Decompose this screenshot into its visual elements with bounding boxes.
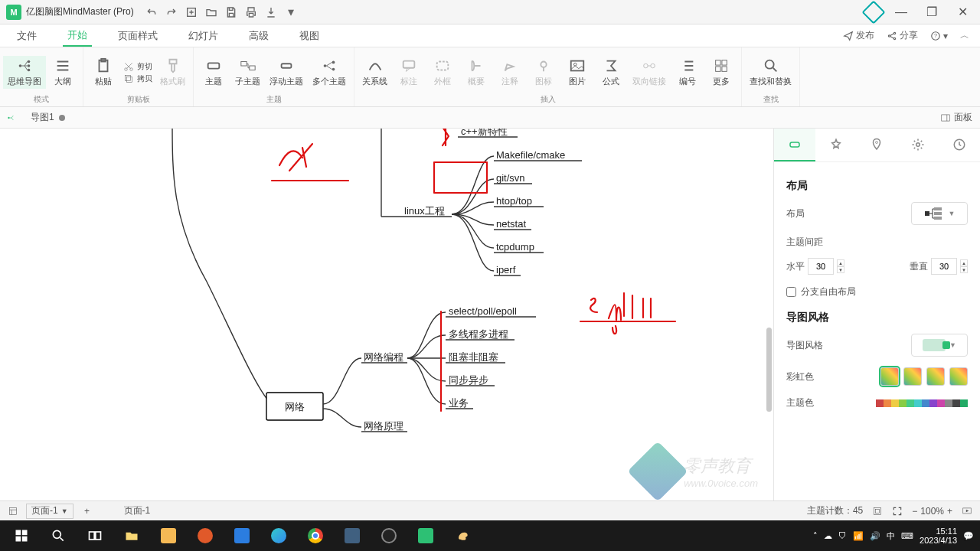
zoom-in-button[interactable]: + — [947, 506, 952, 517]
tray-wifi-icon[interactable]: 📶 — [853, 531, 864, 541]
callout-button[interactable]: 标注 — [392, 56, 426, 89]
edge-taskbar-icon[interactable] — [260, 520, 297, 551]
topic-button[interactable]: 主题 — [197, 56, 230, 89]
v-up-button[interactable]: ▲ — [960, 259, 968, 266]
start-button[interactable] — [3, 520, 40, 551]
obs-taskbar-icon[interactable] — [371, 520, 407, 551]
note-button[interactable]: 注释 — [493, 56, 527, 89]
tab-pagestyle[interactable]: 页面样式 — [113, 26, 162, 46]
qat-dropdown[interactable]: ▾ — [284, 5, 298, 19]
rainbow-swatch-4[interactable] — [949, 367, 968, 386]
tab-advanced[interactable]: 高级 — [244, 26, 273, 46]
tab-view[interactable]: 视图 — [295, 26, 324, 46]
app-taskbar-icon-2[interactable] — [187, 520, 224, 551]
tab-start[interactable]: 开始 — [63, 25, 92, 47]
summary-button[interactable]: 概要 — [459, 56, 493, 89]
icon-button[interactable]: 图标 — [527, 56, 560, 89]
free-layout-checkbox[interactable]: 分支自由布局 — [786, 285, 968, 298]
taskview-button[interactable] — [77, 520, 113, 551]
tab-slide[interactable]: 幻灯片 — [184, 26, 223, 46]
svg-rect-73 — [925, 211, 929, 216]
panel-toggle-button[interactable]: 面板 — [940, 111, 980, 124]
explorer-taskbar-icon[interactable] — [113, 520, 150, 551]
brand-diamond-icon[interactable] — [861, 0, 885, 24]
search-button[interactable] — [40, 520, 77, 551]
publish-button[interactable]: 发布 — [843, 29, 874, 42]
panel-tab-layout[interactable] — [774, 129, 815, 161]
pages-icon[interactable] — [8, 506, 18, 517]
fit-icon[interactable] — [872, 506, 883, 517]
page-name[interactable]: 页面-1 — [124, 504, 151, 517]
v-down-button[interactable]: ▼ — [960, 266, 968, 273]
h-down-button[interactable]: ▼ — [837, 266, 844, 273]
collapse-ribbon-button[interactable]: ︿ — [960, 29, 969, 42]
new-button[interactable] — [185, 5, 198, 19]
mindmaster-taskbar-icon[interactable] — [407, 520, 444, 551]
chrome-taskbar-icon[interactable] — [297, 520, 334, 551]
format-painter-button[interactable]: 格式刷 — [155, 56, 190, 89]
tab-file[interactable]: 文件 — [12, 26, 41, 46]
subtopic-button[interactable]: 子主题 — [230, 56, 265, 89]
close-button[interactable]: ✕ — [951, 3, 974, 21]
svg-point-70 — [876, 141, 878, 143]
h-up-button[interactable]: ▲ — [837, 259, 844, 266]
clock[interactable]: 15:11 2023/4/13 — [920, 527, 957, 545]
present-icon[interactable] — [962, 506, 972, 517]
more-button[interactable]: 更多 — [704, 56, 738, 89]
vertical-scrollbar[interactable] — [766, 328, 772, 412]
theme-color-strip[interactable] — [876, 399, 968, 407]
float-topic-button[interactable]: 浮动主题 — [265, 56, 308, 89]
paint-taskbar-icon[interactable] — [444, 520, 481, 551]
boundary-button[interactable]: 外框 — [426, 56, 459, 89]
tray-cloud-icon[interactable]: ☁ — [824, 531, 832, 541]
outline-mode-button[interactable]: 大纲 — [46, 56, 80, 89]
app-taskbar-icon-3[interactable] — [334, 520, 371, 551]
add-page-button[interactable]: + — [81, 505, 93, 517]
open-button[interactable] — [204, 5, 218, 19]
notifications-icon[interactable]: 💬 — [963, 531, 974, 541]
h-spacing-input[interactable] — [808, 258, 834, 275]
tray-volume-icon[interactable]: 🔊 — [870, 531, 880, 541]
minimize-button[interactable]: — — [890, 3, 913, 21]
zoom-out-button[interactable]: − — [912, 506, 917, 517]
mindmap-mode-button[interactable]: 思维导图 — [3, 56, 46, 89]
paste-button[interactable]: 粘贴 — [87, 56, 120, 89]
copy-button[interactable]: 拷贝 — [120, 73, 155, 85]
multi-topic-button[interactable]: 多个主题 — [308, 56, 351, 89]
help-button[interactable]: ? ▾ — [930, 31, 948, 41]
page-select[interactable]: 页面-1▼ — [26, 504, 74, 519]
vscode-taskbar-icon[interactable] — [224, 520, 260, 551]
layout-picker[interactable]: ▼ — [911, 202, 968, 225]
numbering-button[interactable]: 编号 — [671, 56, 704, 89]
undo-button[interactable] — [145, 5, 158, 19]
share-button[interactable]: 分享 — [887, 29, 918, 42]
panel-tab-marker[interactable] — [857, 129, 898, 161]
tray-ime[interactable]: 中 — [887, 530, 895, 542]
relation-button[interactable]: 关系线 — [358, 56, 392, 89]
hyperlink-button[interactable]: 双向链接 — [628, 56, 671, 89]
rainbow-swatch-1[interactable] — [880, 367, 899, 386]
save-button[interactable] — [224, 5, 238, 19]
export-button[interactable] — [264, 5, 278, 19]
panel-tab-style[interactable] — [815, 129, 857, 161]
v-spacing-input[interactable] — [931, 258, 957, 275]
tray-chevron-icon[interactable]: ˄ — [813, 531, 818, 541]
find-replace-button[interactable]: 查找和替换 — [745, 56, 796, 89]
print-button[interactable] — [244, 5, 258, 19]
fullscreen-icon[interactable] — [892, 506, 903, 517]
tray-security-icon[interactable]: ⛉ — [838, 531, 847, 540]
app-taskbar-icon-1[interactable] — [150, 520, 187, 551]
document-tab[interactable]: 导图1 — [23, 109, 73, 126]
system-tray[interactable]: ˄ ☁ ⛉ 📶 🔊 中 ⌨ 15:11 2023/4/13 💬 — [813, 527, 977, 545]
image-button[interactable]: 图片 — [560, 56, 594, 89]
formula-button[interactable]: 公式 — [594, 56, 628, 89]
tray-keyboard-icon[interactable]: ⌨ — [901, 531, 913, 541]
panel-tab-history[interactable] — [939, 129, 980, 161]
redo-button[interactable] — [165, 5, 178, 19]
panel-tab-settings[interactable] — [897, 129, 939, 161]
maximize-button[interactable]: ❐ — [920, 3, 943, 21]
rainbow-swatch-3[interactable] — [926, 367, 945, 386]
rainbow-swatch-2[interactable] — [903, 367, 922, 386]
style-picker[interactable]: ▼ — [911, 334, 968, 357]
canvas[interactable]: 网络 网络编程 网络原理 select/poll/epoll 多线程多进程 阻塞… — [0, 129, 773, 500]
